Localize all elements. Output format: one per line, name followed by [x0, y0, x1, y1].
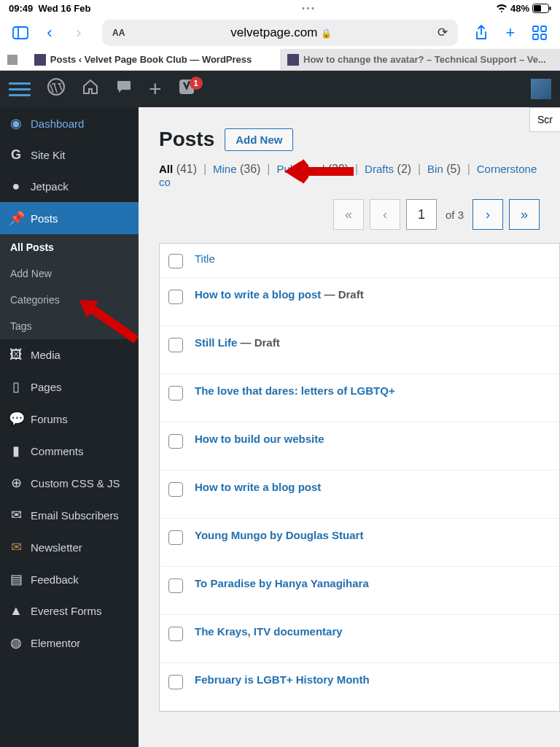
table-row: Still Life — Draft — [160, 326, 559, 374]
screen-options-tab[interactable]: Scr — [529, 107, 560, 132]
wordpress-icon[interactable] — [47, 77, 66, 101]
submenu-add-new[interactable]: Add New — [0, 260, 139, 287]
comment-icon[interactable] — [115, 78, 133, 100]
row-checkbox[interactable] — [168, 386, 183, 400]
select-all-checkbox[interactable] — [168, 254, 183, 268]
reload-icon[interactable]: ⟳ — [438, 25, 448, 40]
inactive-tab-title: How to change the avatar? – Technical Su… — [303, 54, 546, 65]
post-link[interactable]: Young Mungo by Douglas Stuart — [195, 529, 363, 541]
sidebar-toggle-icon[interactable] — [10, 23, 31, 43]
yoast-icon[interactable]: 1 — [178, 78, 195, 100]
table-row: How to build our website — [160, 422, 559, 471]
sidebar-item-sitekit[interactable]: GSite Kit — [0, 139, 139, 171]
mail-icon: ✉ — [9, 507, 23, 523]
reader-aa-icon[interactable]: AA — [112, 28, 125, 38]
sidebar-item-elementor[interactable]: ◍Elementor — [0, 627, 139, 659]
sidebar-item-css[interactable]: ⊕Custom CSS & JS — [0, 467, 139, 499]
svg-marker-11 — [284, 161, 300, 182]
envelope-icon: ✉ — [9, 539, 23, 555]
table-row: The Krays, ITV documentary — [160, 615, 559, 663]
table-row: How to write a blog post — [160, 471, 559, 519]
svg-rect-8 — [541, 34, 546, 39]
label: Custom CSS & JS — [31, 477, 120, 489]
post-link[interactable]: To Paradise by Hanya Yanagihara — [195, 577, 369, 589]
row-checkbox[interactable] — [168, 530, 183, 545]
sidebar-item-posts[interactable]: 📌Posts — [0, 202, 139, 234]
browser-tabs: Posts ‹ Velvet Page Book Club — WordPres… — [0, 49, 560, 71]
sidebar-item-everest[interactable]: ▲Everest Forms — [0, 595, 139, 627]
tab-inactive[interactable]: How to change the avatar? – Technical Su… — [280, 49, 560, 70]
post-link[interactable]: The Krays, ITV documentary — [195, 625, 343, 638]
label: Newsletter — [31, 541, 82, 554]
row-checkbox[interactable] — [168, 434, 183, 449]
page-of: of 3 — [446, 209, 464, 221]
filter-bin[interactable]: Bin — [427, 163, 443, 175]
sidebar-item-forums[interactable]: 💬Forums — [0, 403, 139, 435]
user-avatar[interactable] — [531, 79, 551, 99]
close-tab-icon[interactable] — [7, 55, 18, 65]
col-title[interactable]: Title — [195, 252, 215, 265]
tab-active[interactable]: Posts ‹ Velvet Page Book Club — WordPres… — [0, 49, 280, 70]
post-link[interactable]: How to build our website — [195, 433, 324, 445]
page-current[interactable]: 1 — [406, 199, 437, 230]
submenu-all-posts[interactable]: All Posts — [0, 234, 139, 260]
back-button[interactable]: ‹ — [39, 23, 60, 43]
label: Elementor — [31, 637, 80, 649]
share-icon[interactable] — [471, 23, 491, 43]
row-checkbox[interactable] — [168, 627, 183, 641]
address-bar[interactable]: AA velvetpage.com 🔒 ⟳ — [102, 20, 458, 46]
home-icon[interactable] — [82, 78, 99, 100]
svg-rect-7 — [533, 34, 538, 39]
pin-icon: 📌 — [9, 210, 23, 226]
post-link[interactable]: February is LGBT+ History Month — [195, 673, 370, 686]
plus-circle-icon: ⊕ — [9, 475, 23, 491]
row-checkbox[interactable] — [168, 338, 183, 352]
post-link[interactable]: How to write a blog post — [195, 288, 321, 301]
sidebar-item-feedback[interactable]: ▤Feedback — [0, 563, 139, 595]
add-new-button[interactable]: Add New — [225, 128, 293, 151]
sidebar-item-jetpack[interactable]: ●Jetpack — [0, 171, 139, 202]
sidebar-item-comments[interactable]: ▮Comments — [0, 435, 139, 467]
table-header: Title — [160, 244, 559, 278]
post-link[interactable]: How to write a blog post — [195, 481, 321, 493]
label: Forums — [31, 413, 68, 425]
row-checkbox[interactable] — [168, 482, 183, 497]
menu-toggle-icon[interactable] — [9, 78, 31, 100]
label: Site Kit — [31, 149, 66, 161]
dashboard-icon: ◉ — [9, 115, 23, 131]
ios-status-bar: 09:49 Wed 16 Feb ••• 48% — [0, 0, 560, 16]
label: Email Subscribers — [31, 509, 119, 522]
battery-percent: 48% — [510, 3, 529, 14]
label: Feedback — [31, 573, 79, 586]
page-next[interactable]: › — [472, 199, 503, 230]
label: Dashboard — [31, 117, 84, 130]
row-checkbox[interactable] — [168, 290, 183, 304]
form-icon: ▤ — [9, 571, 23, 587]
sidebar-item-newsletter[interactable]: ✉Newsletter — [0, 531, 139, 563]
row-checkbox[interactable] — [168, 578, 183, 593]
page-first[interactable]: « — [333, 199, 364, 230]
page-last[interactable]: » — [509, 199, 540, 230]
google-icon: G — [9, 147, 23, 163]
table-row: The love that dares: letters of LGBTQ+ — [160, 374, 559, 422]
label: Jetpack — [31, 180, 69, 193]
sidebar-item-dashboard[interactable]: ◉Dashboard — [0, 107, 139, 139]
new-tab-icon[interactable]: + — [500, 23, 521, 43]
label: Media — [31, 349, 61, 361]
post-link[interactable]: The love that dares: letters of LGBTQ+ — [195, 384, 395, 397]
page-prev[interactable]: ‹ — [370, 199, 400, 230]
favicon-icon — [34, 54, 46, 66]
filter-all[interactable]: All — [159, 163, 173, 175]
plus-icon[interactable]: + — [149, 77, 162, 101]
filter-drafts[interactable]: Drafts — [365, 163, 394, 175]
tabs-grid-icon[interactable] — [529, 23, 550, 43]
sidebar-item-email[interactable]: ✉Email Subscribers — [0, 499, 139, 531]
favicon-icon — [287, 54, 299, 66]
posts-table: Title How to write a blog post — DraftSt… — [159, 243, 560, 712]
row-checkbox[interactable] — [168, 675, 183, 689]
filter-mine[interactable]: Mine — [213, 163, 237, 175]
handoff-dots: ••• — [155, 4, 464, 12]
sidebar-item-pages[interactable]: ▯Pages — [0, 371, 139, 403]
pagination: « ‹ 1 of 3 › » — [139, 199, 560, 243]
post-link[interactable]: Still Life — [195, 336, 237, 349]
